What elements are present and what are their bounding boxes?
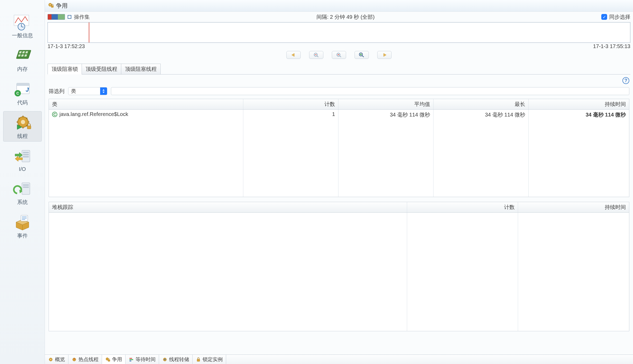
- gear-play-icon: [11, 114, 34, 132]
- checkmark-icon: ✓: [601, 14, 607, 20]
- gear-dump-icon: [162, 357, 167, 362]
- svg-line-22: [19, 118, 20, 119]
- sidebar-item-events[interactable]: 事件: [3, 211, 42, 241]
- svg-rect-70: [129, 361, 131, 361]
- bottom-tab-thread-dump[interactable]: 线程转储: [159, 355, 193, 364]
- server-arrows-icon: [11, 147, 34, 166]
- thread-graph-icon[interactable]: [48, 14, 65, 20]
- opset-toggle[interactable]: [68, 15, 71, 19]
- svg-line-25: [26, 118, 27, 119]
- subtab-top-blocked-threads[interactable]: 顶级受阻线程: [82, 64, 121, 74]
- col-duration2[interactable]: 持续时间: [518, 202, 629, 212]
- interval-label: 间隔: 2 分钟 49 秒 (全部): [92, 13, 599, 21]
- cell-duration: 34 毫秒 114 微秒: [529, 110, 629, 120]
- sync-selection-checkbox[interactable]: ✓ 同步选择: [601, 13, 630, 21]
- svg-line-23: [26, 125, 27, 126]
- sidebar-label: 一般信息: [12, 32, 33, 39]
- gear-icon: [48, 357, 53, 362]
- col-count2[interactable]: 计数: [407, 202, 518, 212]
- col-duration[interactable]: 持续时间: [529, 99, 629, 109]
- server-refresh-icon: [11, 180, 34, 198]
- svg-rect-35: [23, 184, 29, 186]
- sidebar-label: 代码: [17, 99, 28, 106]
- cell-max: 34 毫秒 114 微秒: [434, 110, 529, 120]
- svg-rect-29: [23, 152, 29, 153]
- sub-tabs: 顶级阻塞锁 顶级受阻线程 顶级阻塞线程: [45, 64, 633, 74]
- filter-column-select[interactable]: 类: [68, 87, 107, 95]
- help-icon[interactable]: ?: [622, 77, 629, 84]
- svg-rect-36: [23, 186, 29, 188]
- zoom-in-button[interactable]: [355, 51, 369, 59]
- sidebar-item-threads[interactable]: 线程: [3, 111, 42, 142]
- lock-icon: [196, 357, 201, 362]
- opset-label: 操作集: [74, 13, 90, 21]
- page-title: 争用: [56, 2, 68, 10]
- svg-marker-32: [15, 152, 22, 158]
- nav-back-button[interactable]: [286, 51, 301, 59]
- sidebar-item-io[interactable]: I/O: [3, 145, 42, 174]
- timeline[interactable]: [48, 22, 630, 43]
- timeline-end: 17-1-3 17:55:13: [593, 43, 630, 49]
- lock-gear-icon: [48, 2, 54, 9]
- col-avg[interactable]: 平均值: [338, 99, 434, 109]
- select-value: 类: [68, 88, 100, 95]
- svg-text:J: J: [26, 86, 29, 93]
- class-icon: C: [52, 112, 57, 117]
- cell-avg: 34 毫秒 114 微秒: [338, 110, 434, 120]
- svg-marker-62: [103, 92, 105, 93]
- sidebar-item-general[interactable]: 一般信息: [3, 11, 42, 41]
- svg-marker-33: [15, 156, 22, 161]
- svg-point-17: [21, 120, 25, 124]
- svg-rect-12: [17, 83, 29, 86]
- zoom-out-button[interactable]: [309, 51, 323, 59]
- col-max[interactable]: 最长: [434, 99, 529, 109]
- cell-class: java.lang.ref.Reference$Lock: [59, 111, 128, 117]
- svg-rect-73: [197, 359, 200, 361]
- nav-forward-button[interactable]: [377, 51, 392, 59]
- timeline-start: 17-1-3 17:52:23: [48, 43, 85, 49]
- sidebar-label: 事件: [17, 232, 28, 239]
- bottom-tab-wait-time[interactable]: 等待时间: [125, 355, 159, 364]
- col-stacktrace[interactable]: 堆栈跟踪: [49, 202, 407, 212]
- bottom-tab-hot-threads[interactable]: 热点线程: [68, 355, 102, 364]
- col-class[interactable]: 类: [49, 99, 243, 109]
- table-row[interactable]: C java.lang.ref.Reference$Lock 1 34 毫秒 1…: [49, 110, 629, 120]
- svg-text:C: C: [16, 91, 19, 95]
- svg-rect-67: [108, 360, 110, 361]
- sidebar-label: 内存: [17, 66, 28, 73]
- svg-marker-48: [292, 53, 294, 57]
- zoom-reset-button[interactable]: [332, 51, 346, 59]
- bottom-tab-overview[interactable]: 概览: [45, 355, 68, 364]
- svg-rect-31: [23, 156, 29, 157]
- subtab-top-blocking-locks[interactable]: 顶级阻塞锁: [48, 64, 82, 74]
- code-window-icon: J C: [11, 80, 34, 99]
- svg-line-53: [339, 56, 341, 57]
- svg-rect-68: [129, 358, 132, 359]
- svg-rect-47: [51, 6, 53, 7]
- svg-marker-61: [103, 89, 105, 91]
- filter-text-input[interactable]: [111, 87, 629, 95]
- sidebar-item-memory[interactable]: 内存: [3, 44, 42, 74]
- chevron-updown-icon: [100, 87, 107, 95]
- sidebar-item-code[interactable]: J C 代码: [3, 78, 42, 108]
- svg-line-57: [362, 55, 364, 57]
- timeline-marker: [89, 22, 89, 43]
- box-document-icon: [11, 213, 34, 232]
- stacktrace-table: 堆栈跟踪 计数 持续时间: [49, 202, 629, 331]
- sidebar-label: 线程: [17, 133, 28, 140]
- main-panel: 争用 操作集 间隔: 2 分钟 49 秒 (全部) ✓ 同步选择 17-1-3 …: [45, 0, 633, 364]
- bottom-tabs: 概览 热点线程 争用 等待时间 线程转储 锁定实例: [45, 354, 633, 364]
- sidebar-label: I/O: [19, 166, 26, 172]
- sidebar-item-system[interactable]: 系统: [3, 177, 42, 208]
- svg-point-46: [50, 4, 51, 5]
- chart-clock-icon: [11, 13, 34, 31]
- lock-gear-icon: [105, 357, 110, 362]
- bottom-tab-contention[interactable]: 争用: [102, 355, 125, 364]
- title-bar: 争用: [45, 0, 633, 12]
- subtab-top-blocking-threads[interactable]: 顶级阻塞线程: [121, 64, 161, 74]
- gear-fire-icon: [72, 357, 77, 362]
- svg-rect-27: [27, 126, 31, 129]
- col-count[interactable]: 计数: [243, 99, 338, 109]
- bottom-tab-lock-instances[interactable]: 锁定实例: [193, 355, 226, 364]
- sync-label: 同步选择: [609, 13, 630, 21]
